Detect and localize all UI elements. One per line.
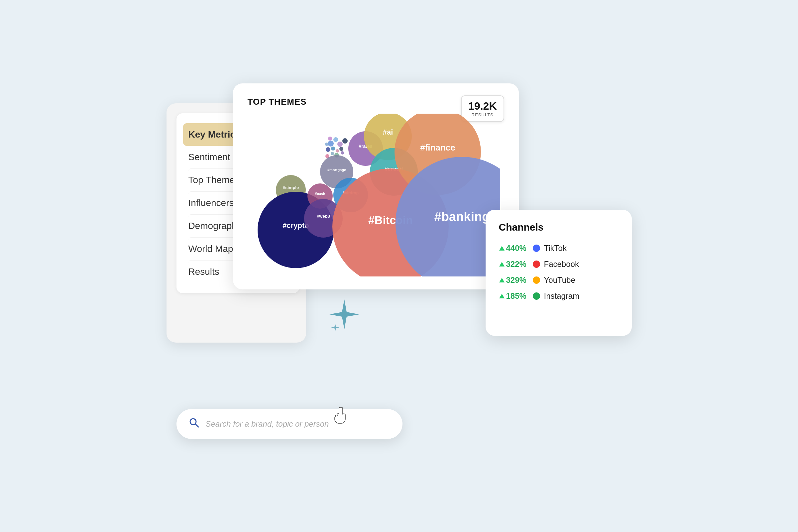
svg-point-9 <box>342 138 348 144</box>
channel-row-youtube: 329% YouTube <box>499 272 619 288</box>
youtube-pct: 329% <box>499 276 529 285</box>
channels-card: Channels 440% TikTok 322% Facebook 329% <box>486 210 632 336</box>
facebook-name: Facebook <box>544 260 579 269</box>
channel-row-instagram: 185% Instagram <box>499 288 619 304</box>
svg-text:#mortgage: #mortgage <box>327 168 346 172</box>
svg-text:#web3: #web3 <box>317 214 330 218</box>
instagram-name: Instagram <box>544 291 580 301</box>
svg-point-5 <box>326 147 330 152</box>
svg-marker-38 <box>499 246 505 250</box>
svg-point-7 <box>325 142 328 146</box>
instagram-dot <box>533 292 540 300</box>
tiktok-name: TikTok <box>544 244 567 253</box>
sparkle-decoration <box>326 296 363 336</box>
youtube-dot <box>533 277 540 284</box>
cursor-icon <box>333 407 349 429</box>
svg-text:#cash: #cash <box>315 192 325 196</box>
results-number: 19.2K <box>468 100 497 112</box>
nav-item-results-label: Results <box>188 266 220 277</box>
svg-point-3 <box>331 147 335 151</box>
svg-marker-39 <box>499 262 505 266</box>
top-themes-card: TOP THEMES 19.2K RESULTS <box>233 83 519 289</box>
bubble-svg: #simple #crypto #cash #web3 #mortgage #a… <box>248 114 500 277</box>
nav-item-sentiment-label: Sentiment <box>188 152 230 162</box>
tiktok-dot <box>533 245 540 252</box>
nav-item-top-themes-label: Top Themes <box>188 175 240 185</box>
svg-text:#ai: #ai <box>383 128 393 136</box>
svg-point-13 <box>341 151 344 154</box>
svg-rect-44 <box>340 410 340 414</box>
svg-marker-40 <box>499 278 505 282</box>
svg-point-2 <box>337 141 343 147</box>
facebook-dot <box>533 261 540 268</box>
svg-text:#simple: #simple <box>283 185 299 190</box>
channel-row-tiktok: 440% TikTok <box>499 240 619 256</box>
svg-marker-41 <box>499 294 505 298</box>
svg-point-1 <box>334 137 338 142</box>
search-icon <box>188 417 200 431</box>
channel-row-facebook: 322% Facebook <box>499 256 619 272</box>
svg-line-43 <box>195 424 198 427</box>
svg-text:#finance: #finance <box>420 142 455 153</box>
nav-item-influencers-label: Influencers <box>188 198 234 208</box>
svg-point-6 <box>339 147 343 151</box>
search-placeholder: Search for a brand, topic or person <box>206 419 329 429</box>
nav-item-world-map-label: World Map <box>188 244 233 254</box>
svg-point-0 <box>328 140 334 147</box>
tiktok-pct: 440% <box>499 244 529 253</box>
facebook-pct: 322% <box>499 260 529 269</box>
svg-point-8 <box>328 137 332 140</box>
instagram-pct: 185% <box>499 291 529 301</box>
bubble-chart: #simple #crypto #cash #web3 #mortgage #a… <box>248 114 504 280</box>
svg-text:#banking: #banking <box>434 210 490 224</box>
svg-point-10 <box>331 152 334 155</box>
channels-title: Channels <box>499 222 619 233</box>
search-card[interactable]: Search for a brand, topic or person <box>176 409 402 439</box>
youtube-name: YouTube <box>544 276 575 285</box>
svg-point-4 <box>336 149 339 153</box>
